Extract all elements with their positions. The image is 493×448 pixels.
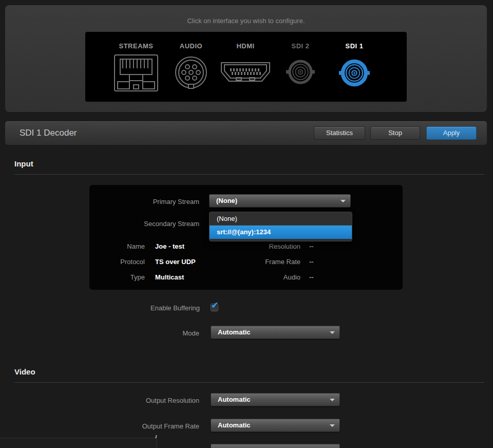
stop-button[interactable]: Stop bbox=[370, 126, 420, 140]
dropdown-option-none[interactable]: (None) bbox=[210, 212, 352, 226]
chevron-down-icon bbox=[330, 424, 335, 427]
next-row-select-partial[interactable] bbox=[211, 444, 340, 448]
output-resolution-value: Automatic bbox=[218, 396, 251, 403]
audio-value: -- bbox=[309, 273, 314, 281]
frame-rate-label: Frame Rate bbox=[89, 258, 300, 266]
primary-stream-label: Primary Stream bbox=[89, 198, 199, 206]
chevron-down-icon bbox=[330, 331, 335, 334]
interface-instruction: Click on interface you wish to configure… bbox=[5, 17, 487, 25]
interface-streams[interactable]: STREAMS bbox=[105, 42, 167, 92]
interface-sdi2[interactable]: SDI 2 bbox=[270, 42, 331, 86]
rj45-icon bbox=[105, 53, 167, 92]
bnc-connector-icon bbox=[270, 58, 331, 86]
chevron-down-icon bbox=[330, 399, 335, 401]
dropdown-option-srt[interactable]: srt://@(any):1234 bbox=[210, 226, 352, 239]
chevron-down-icon bbox=[340, 200, 346, 202]
partial-tooltip bbox=[0, 438, 157, 448]
interface-audio-label: AUDIO bbox=[160, 42, 222, 51]
statistics-button[interactable]: Statistics bbox=[314, 126, 365, 140]
enable-buffering-label: Enable Buffering bbox=[0, 304, 200, 312]
din-connector-icon bbox=[160, 55, 222, 89]
primary-stream-dropdown-list: (None) srt://@(any):1234 bbox=[209, 212, 352, 241]
hdmi-icon bbox=[215, 60, 276, 85]
primary-stream-value: (None) bbox=[216, 197, 237, 204]
output-frame-rate-label: Output Frame Rate bbox=[0, 422, 199, 430]
apply-button[interactable]: Apply bbox=[426, 126, 477, 140]
primary-stream-select[interactable]: (None) bbox=[209, 194, 351, 208]
secondary-stream-label: Secondary Stream bbox=[89, 220, 199, 228]
output-frame-rate-select[interactable]: Automatic bbox=[211, 419, 340, 432]
stream-info-panel: Primary Stream (None) Secondary Stream (… bbox=[89, 185, 403, 290]
interface-hdmi[interactable]: HDMI bbox=[215, 42, 276, 85]
bnc-connector-selected-icon bbox=[324, 58, 385, 88]
video-section-divider bbox=[14, 382, 484, 383]
page-title: SDI 1 Decoder bbox=[20, 121, 77, 145]
resolution-value: -- bbox=[309, 242, 314, 250]
input-section-heading: Input bbox=[14, 159, 33, 168]
audio-label: Audio bbox=[89, 273, 300, 281]
interface-panel: Click on interface you wish to configure… bbox=[5, 5, 487, 112]
mode-label: Mode bbox=[0, 329, 199, 337]
interface-sdi2-label: SDI 2 bbox=[270, 42, 331, 51]
decoder-toolbar: SDI 1 Decoder Statistics Stop Apply bbox=[5, 121, 487, 145]
interface-audio[interactable]: AUDIO bbox=[160, 42, 222, 89]
interface-hdmi-label: HDMI bbox=[215, 42, 276, 51]
video-section-heading: Video bbox=[14, 367, 35, 376]
output-frame-rate-value: Automatic bbox=[218, 421, 251, 429]
input-section-divider bbox=[14, 174, 484, 175]
output-resolution-select[interactable]: Automatic bbox=[211, 393, 340, 406]
mode-select[interactable]: Automatic bbox=[211, 326, 340, 339]
frame-rate-value: -- bbox=[309, 258, 314, 266]
resolution-label: Resolution bbox=[89, 242, 300, 250]
interface-sdi1[interactable]: SDI 1 bbox=[324, 42, 385, 88]
enable-buffering-checkbox[interactable] bbox=[211, 304, 218, 311]
device-rear-panel: STREAMS AUD bbox=[85, 32, 407, 102]
interface-sdi1-label: SDI 1 bbox=[324, 42, 385, 51]
output-resolution-label: Output Resolution bbox=[0, 397, 199, 404]
interface-streams-label: STREAMS bbox=[105, 42, 167, 51]
mode-value: Automatic bbox=[218, 328, 251, 336]
